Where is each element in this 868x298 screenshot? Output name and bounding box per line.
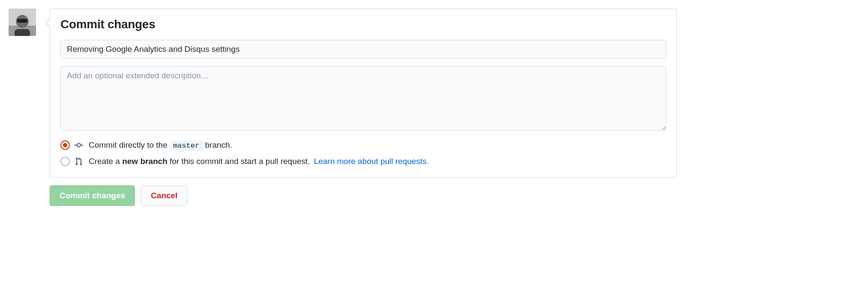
new-branch-label: Create a new branch for this commit and … [89, 157, 429, 166]
learn-more-link[interactable]: Learn more about pull requests. [314, 157, 429, 166]
svg-point-8 [76, 158, 78, 160]
branch-name-code: master [170, 141, 203, 151]
commit-summary-input[interactable] [60, 40, 666, 59]
git-pull-request-icon [74, 157, 84, 166]
avatar[interactable] [9, 9, 36, 36]
page-title: Commit changes [60, 18, 666, 31]
svg-point-9 [76, 163, 78, 165]
commit-form-box: Commit changes Commit directly to the ma… [50, 9, 677, 178]
cancel-button[interactable]: Cancel [141, 185, 187, 206]
commit-changes-button[interactable]: Commit changes [50, 185, 135, 206]
svg-point-5 [77, 143, 81, 147]
radio-unselected-icon[interactable] [60, 157, 70, 166]
new-branch-option[interactable]: Create a new branch for this commit and … [60, 157, 666, 166]
svg-rect-3 [17, 19, 27, 23]
action-buttons: Commit changes Cancel [50, 185, 677, 206]
svg-point-10 [80, 163, 82, 165]
radio-selected-icon[interactable] [60, 140, 70, 150]
git-commit-icon [74, 140, 84, 150]
commit-direct-option[interactable]: Commit directly to the master branch. [60, 140, 666, 150]
commit-direct-label: Commit directly to the master branch. [89, 140, 232, 150]
svg-rect-4 [15, 29, 30, 36]
commit-description-textarea[interactable] [60, 66, 666, 131]
